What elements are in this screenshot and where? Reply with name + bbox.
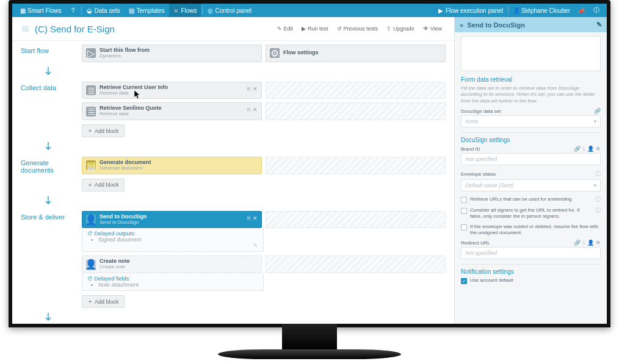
clock-icon: ⏱ <box>87 230 93 237</box>
nav-flow-execution[interactable]: ▶Flow execution panel <box>434 4 507 17</box>
arrow-icon <box>21 66 446 78</box>
docusign-dataset-select[interactable]: None▾ <box>461 115 601 127</box>
block-flow-settings[interactable]: ⚙ Flow settings <box>266 45 446 62</box>
action-previous-tests[interactable]: ↺Previous tests <box>333 24 382 34</box>
brand-id-input[interactable]: Not specified <box>461 153 601 165</box>
user-icon[interactable]: 👤 <box>587 146 594 152</box>
add-block-generate[interactable]: ＋Add block <box>82 179 125 191</box>
plus-icon: ＋ <box>87 181 93 189</box>
add-block-store[interactable]: ＋Add block <box>82 295 125 308</box>
nav-about[interactable]: ⓘ <box>590 4 603 17</box>
help-icon: ? <box>70 7 76 13</box>
placeholder-slot <box>266 211 446 229</box>
action-run-test[interactable]: ▶Run test <box>298 24 332 34</box>
copy-icon[interactable]: ⎘ <box>247 107 250 113</box>
plus-icon: ＋ <box>87 298 93 305</box>
placeholder-slot <box>266 157 446 174</box>
pencil-icon: ✎ <box>277 26 282 32</box>
history-icon: ↺ <box>337 26 342 32</box>
nav-user[interactable]: 👤Stéphane Cloutier <box>510 4 574 17</box>
chevron-down-icon: ▾ <box>593 118 596 124</box>
close-icon[interactable]: ✕ <box>253 215 258 221</box>
chevron-down-icon: ▾ <box>593 182 596 188</box>
nav-help[interactable]: ? <box>67 4 80 17</box>
document-icon: ▤ <box>86 160 96 170</box>
info-icon[interactable]: ⓘ <box>595 170 601 178</box>
close-icon[interactable]: ✕ <box>253 86 258 92</box>
chk-retrieve-urls[interactable] <box>461 197 467 203</box>
arrow-icon <box>21 312 446 324</box>
clock-icon: ⏱ <box>87 276 93 282</box>
badge: 1 <box>582 240 585 246</box>
panel-title: Send to DocuSign <box>467 21 525 29</box>
plus-icon: ＋ <box>87 127 93 135</box>
pencil-icon[interactable]: ✎ <box>596 21 602 29</box>
block-create-note[interactable]: 👤 Create noteCreate note <box>82 255 262 273</box>
nav-flows[interactable]: ≈Flows <box>169 4 200 17</box>
copy-icon[interactable]: ⎘ <box>247 215 250 221</box>
doc-icon: ▦ <box>20 7 26 13</box>
user-icon[interactable]: 👤 <box>587 240 594 246</box>
stage-generate-documents: Generate documents <box>21 157 82 174</box>
page-header: ≋(C) Send for E-Sign ✎Edit ▶Run test ↺Pr… <box>12 17 454 41</box>
link-icon[interactable]: 🔗 <box>574 240 581 246</box>
settings-icon: ⚙ <box>270 48 280 58</box>
star-icon[interactable]: ✱ <box>596 146 601 152</box>
info-icon: ⓘ <box>593 7 599 13</box>
delayed-fields: ⏱ Delayed fields: Note attachment <box>82 273 264 291</box>
page-title: ≋(C) Send for E-Sign <box>21 22 115 35</box>
user-send-icon: 👤 <box>86 215 96 224</box>
action-edit[interactable]: ✎Edit <box>273 24 297 34</box>
stage-start-flow: Start flow <box>21 45 82 54</box>
add-block-collect[interactable]: ＋Add block <box>82 124 125 137</box>
block-send-to-docusign[interactable]: 👤 Send to DocuSignSend to DocuSign ⎘✕ <box>82 211 262 229</box>
block-retrieve-user-info[interactable]: ≣ Retrieve Current User InfoRetrieve dat… <box>82 82 262 99</box>
star-icon[interactable]: ✱ <box>596 240 601 246</box>
properties-panel: »Send to DocuSign ✎ Form data retrieval … <box>454 17 607 324</box>
chk-consider-all-signers[interactable] <box>461 208 467 214</box>
nav-smart-flows[interactable]: ▦Smart Flows <box>16 4 65 17</box>
stage-collect-data: Collect data <box>21 82 82 91</box>
chk-use-account-default[interactable]: ✓ <box>461 278 467 284</box>
chk-resume-voided[interactable] <box>461 224 467 230</box>
redirect-url-input[interactable]: Not specified <box>461 247 601 259</box>
expand-icon[interactable]: » <box>460 21 463 29</box>
start-icon: ▷ <box>86 48 96 58</box>
top-nav: ▦Smart Flows ? ◒Data sets ▤Templates ≈Fl… <box>12 4 607 17</box>
action-view[interactable]: 👁View <box>419 24 446 34</box>
badge: 1 <box>582 146 585 152</box>
action-upgrade[interactable]: ⇧Upgrade <box>383 24 418 34</box>
stage-store-deliver: Store & deliver <box>21 211 82 221</box>
horn-icon: 📣 <box>579 7 585 13</box>
nav-templates[interactable]: ▤Templates <box>125 4 168 17</box>
wave-icon: ≋ <box>21 22 30 35</box>
close-icon[interactable]: ✕ <box>253 107 258 113</box>
block-generate-document[interactable]: ▤ Generate documentGenerate document <box>82 157 262 174</box>
control-icon: ◎ <box>208 7 214 13</box>
section-notification-settings: Notification settings <box>461 268 601 275</box>
description-textarea[interactable] <box>461 36 601 71</box>
db-icon: ◒ <box>87 7 93 13</box>
up-icon: ⇧ <box>386 26 391 32</box>
link-icon[interactable]: 🔗 <box>594 108 601 114</box>
nav-announcements[interactable]: 📣 <box>575 4 588 17</box>
flow-icon: ≈ <box>173 7 179 13</box>
db-icon: ≣ <box>86 107 96 116</box>
placeholder-slot <box>266 255 446 273</box>
block-retrieve-quote[interactable]: ≣ Retrieve Senlimo QuoteRetrieve data ⎘✕ <box>82 102 262 120</box>
placeholder-slot <box>266 82 446 99</box>
template-icon: ▤ <box>129 7 135 13</box>
section-docusign-settings: DocuSign settings <box>461 137 601 143</box>
db-icon: ≣ <box>86 85 96 95</box>
delayed-outputs: ⏱ Delayed outputs: Signed document ✎ <box>82 228 264 252</box>
envelope-status-select[interactable]: Default value (Sent)▾ <box>461 179 601 191</box>
play-icon: ▶ <box>302 26 306 32</box>
link-icon[interactable]: 🔗 <box>574 146 581 152</box>
block-start-flow[interactable]: ▷ Start this flow fromDynamics <box>82 45 262 62</box>
copy-icon[interactable]: ⎘ <box>247 86 250 92</box>
nav-control-panel[interactable]: ◎Control panel <box>204 4 255 17</box>
arrow-icon <box>21 195 446 207</box>
play-icon: ▶ <box>438 7 444 13</box>
nav-data-sets[interactable]: ◒Data sets <box>83 4 124 17</box>
placeholder-slot <box>266 102 446 120</box>
